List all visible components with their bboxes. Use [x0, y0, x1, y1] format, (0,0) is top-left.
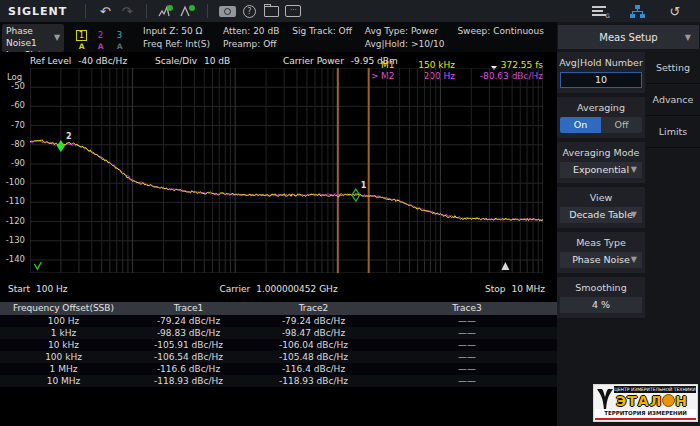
table-cell: —— [377, 375, 557, 387]
chevron-down-icon: ▼ [631, 162, 637, 178]
table-row: 1 kHz-98.83 dBc/Hz-98.47 dBc/Hz—— [0, 327, 557, 339]
table-cell: -105.48 dBc/Hz [250, 351, 377, 363]
tab-limits[interactable]: Limits [646, 116, 700, 148]
plot-area[interactable]: 21 [30, 68, 543, 273]
table-cell: —— [377, 315, 557, 327]
file-folder-icon[interactable] [260, 2, 282, 20]
table-cell: -79.24 dBc/Hz [127, 315, 250, 327]
table-cell: -105.91 dBc/Hz [127, 339, 250, 351]
smoothing-block: Smoothing 4 % [557, 277, 645, 318]
table-cell: -106.54 dBc/Hz [127, 351, 250, 363]
avg-hold-number-input[interactable]: 10 [560, 72, 642, 88]
measurement-name: Phase Noise1 [6, 25, 60, 49]
y-axis-tick-label: -80 [11, 139, 25, 149]
table-cell: -116.4 dBc/Hz [250, 363, 377, 375]
table-header-cell: Trace2 [250, 302, 377, 315]
averaging-mode-label: Averaging Mode [557, 146, 645, 159]
table-cell: —— [377, 339, 557, 351]
table-cell: 1 MHz [0, 363, 127, 375]
divider [146, 4, 147, 18]
stop-value: 10 MHz [511, 284, 545, 294]
menu-list-icon[interactable]: G [588, 2, 610, 20]
sidebar-tabs: Setting Advance Limits [646, 52, 700, 148]
tab-setting[interactable]: Setting [646, 52, 700, 84]
sidebar-menu-dropdown[interactable]: Meas Setup ▼ [558, 25, 699, 49]
help-icon[interactable]: ? [238, 2, 260, 20]
svg-text:1: 1 [361, 181, 367, 190]
etalon-watermark-logo: ЦЕНТР ИЗМЕРИТЕЛЬНОЙ ТЕХНИКИ ЭТАЛН ТЕРРИТ… [593, 384, 698, 422]
stop-label: Stop [485, 284, 505, 294]
table-cell: -98.47 dBc/Hz [250, 327, 377, 339]
averaging-toggle: On Off [560, 117, 642, 133]
view-block: View Decade Table▼ [557, 187, 645, 228]
measurement-select-dropdown[interactable]: Phase Noise1 Log Plot ▼ [2, 24, 64, 52]
tab-advance[interactable]: Advance [646, 84, 700, 116]
table-cell: —— [377, 351, 557, 363]
table-cell: -79.24 dBc/Hz [250, 315, 377, 327]
averaging-off-button[interactable]: Off [601, 117, 642, 133]
table-cell: -98.83 dBc/Hz [127, 327, 250, 339]
table-cell: -116.6 dBc/Hz [127, 363, 250, 375]
phase-noise-analyzer-app: SIGLENT ↶ ↷ ? ··· G ↺ Phase Noise1 Log P… [0, 0, 700, 426]
avg-hold-label: Avg|Hold Number [557, 56, 645, 69]
scale-div-label: Scale/Div [155, 56, 197, 66]
setting-avg-hold: Avg|Hold: >10/10 [365, 38, 445, 51]
y-axis-tick-label: -140 [6, 254, 25, 264]
peak-marker-icon[interactable] [155, 2, 177, 20]
ref-level-label: Ref Level [30, 56, 71, 66]
meas-type-dropdown[interactable]: Phase Noise▼ [560, 252, 642, 268]
plot-marker-2[interactable] [57, 140, 65, 152]
y-axis-tick-label: -90 [11, 158, 25, 168]
check-icon [34, 262, 41, 269]
y-axis-tick-label: -110 [6, 196, 25, 206]
chevron-down-icon: ▼ [631, 252, 637, 268]
setting-sweep: Sweep: Continuous [457, 25, 544, 38]
averaging-mode-dropdown[interactable]: Exponential▼ [560, 162, 642, 178]
setting-input-z: Input Z: 50 Ω [143, 25, 210, 38]
table-row: 1 MHz-116.6 dBc/Hz-116.4 dBc/Hz—— [0, 363, 557, 375]
network-lan-icon[interactable] [626, 2, 648, 20]
averaging-on-button[interactable]: On [560, 117, 601, 133]
meas-setup-sidebar: Meas Setup ▼ Avg|Hold Number 10 Averagin… [557, 22, 700, 426]
message-icon[interactable]: ··· [282, 2, 304, 20]
setting-freq-ref: Freq Ref: Int(S) [143, 38, 210, 51]
peak-search-icon[interactable] [177, 2, 199, 20]
trace-trace1 [30, 140, 543, 221]
screenshot-camera-icon[interactable] [216, 2, 238, 20]
smoothing-value-button[interactable]: 4 % [560, 297, 642, 313]
table-cell: 10 MHz [0, 375, 127, 387]
view-dropdown[interactable]: Decade Table▼ [560, 207, 642, 223]
y-axis-tick-label: -100 [6, 177, 25, 187]
watermark-top-text: ЦЕНТР ИЗМЕРИТЕЛЬНОЙ ТЕХНИКИ [614, 386, 696, 393]
globe-icon [662, 394, 675, 407]
undo-icon[interactable]: ↶ [94, 2, 116, 20]
chevron-down-icon: ▼ [54, 33, 60, 42]
averaging-mode-block: Averaging Mode Exponential▼ [557, 142, 645, 183]
table-cell: -106.04 dBc/Hz [250, 339, 377, 351]
table-cell: 100 Hz [0, 315, 127, 327]
carrier-power-label: Carrier Power [283, 56, 344, 66]
y-axis-labels: Log -50-60-70-80-90-100-110-120-130-140 [0, 52, 26, 302]
top-toolbar: SIGLENT ↶ ↷ ? ··· G ↺ [0, 0, 700, 22]
table-cell: 1 kHz [0, 327, 127, 339]
redo-icon[interactable]: ↷ [116, 2, 138, 20]
watermark-bottom-text: ТЕРРИТОРИЯ ИЗМЕРЕНИЙ [595, 409, 696, 420]
table-row: 100 kHz-106.54 dBc/Hz-105.48 dBc/Hz—— [0, 351, 557, 363]
settings-readouts: Input Z: 50 ΩFreq Ref: Int(S) Atten: 20 … [143, 25, 557, 50]
y-axis-tick-label: -130 [6, 235, 25, 245]
table-cell: -118.93 dBc/Hz [250, 375, 377, 387]
table-cell: -118.93 dBc/Hz [127, 375, 250, 387]
setting-preamp: Preamp: Off [223, 38, 279, 51]
averaging-label: Averaging [557, 101, 645, 114]
reset-icon[interactable]: ↺ [664, 2, 686, 20]
trace-trace2 [30, 141, 543, 221]
scale-div-value: 10 dB [204, 56, 230, 66]
table-cell: 100 kHz [0, 351, 127, 363]
table-row: 10 kHz-105.91 dBc/Hz-106.04 dBc/Hz—— [0, 339, 557, 351]
table-cell: —— [377, 327, 557, 339]
decade-table: Frequency Offset(SSB)Trace1Trace2Trace3 … [0, 302, 557, 387]
y-axis-tick-label: -60 [11, 100, 25, 110]
table-row: 100 Hz-79.24 dBc/Hz-79.24 dBc/Hz—— [0, 315, 557, 327]
x-axis-labels: Start100 Hz Carrier1.000000452 GHz Stop1… [0, 284, 557, 298]
table-cell: 10 kHz [0, 339, 127, 351]
